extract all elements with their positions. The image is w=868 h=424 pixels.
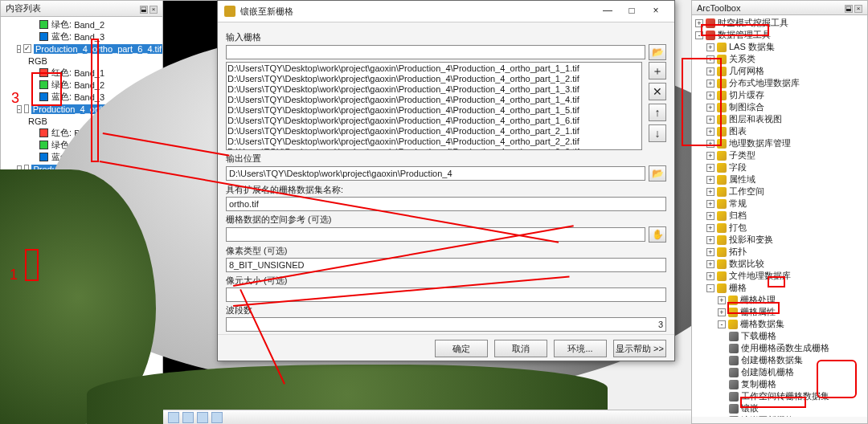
tree-node[interactable]: 切片缓存: [729, 89, 764, 101]
tree-node[interactable]: 栅格: [729, 282, 747, 294]
cell-size-label: 像元大小 (可选): [226, 275, 666, 287]
status-icon[interactable]: [197, 412, 208, 423]
tree-node[interactable]: 创建随机栅格: [741, 366, 794, 378]
atb-close-icon[interactable]: ×: [854, 5, 862, 13]
list-item[interactable]: D:\Users\TQY\Desktop\work\project\gaoxin…: [227, 116, 641, 126]
tree-node[interactable]: 数据管理工具: [718, 29, 771, 41]
tree-node[interactable]: 数据比较: [729, 258, 764, 270]
move-up-button[interactable]: ↑: [649, 104, 666, 121]
tree-node[interactable]: 创建栅格数据集: [741, 354, 803, 366]
tree-node[interactable]: 关系类: [729, 53, 755, 65]
ok-button[interactable]: 确定: [435, 340, 488, 357]
tree-node[interactable]: 图表: [729, 125, 747, 137]
add-button[interactable]: ＋: [649, 62, 666, 80]
tree-node[interactable]: 栅格数据集: [740, 318, 784, 330]
tree-node[interactable]: LAS 数据集: [729, 41, 775, 53]
minimize-icon[interactable]: —: [596, 4, 620, 18]
arctoolbox-tree[interactable]: +时空模式挖掘工具 -数据管理工具 +LAS 数据集+关系类+几何网格+分布式地…: [692, 15, 867, 417]
tree-node[interactable]: 时空模式挖掘工具: [718, 17, 788, 29]
pixel-type-select[interactable]: 8_BIT_UNSIGNED: [226, 258, 666, 272]
toolset-icon: [717, 211, 727, 221]
toolset-icon: [717, 103, 727, 112]
show-help-button[interactable]: 显示帮助 >>: [613, 340, 666, 357]
tool-icon: [729, 416, 739, 418]
toolset-icon: [717, 139, 727, 149]
tree-node[interactable]: 复制栅格: [741, 378, 776, 390]
tree-node[interactable]: 投影和变换: [729, 234, 773, 246]
tree-node[interactable]: 文件地理数据库: [729, 270, 791, 282]
list-item[interactable]: D:\Users\TQY\Desktop\work\project\gaoxin…: [227, 105, 641, 116]
tree-node[interactable]: 常规: [729, 198, 747, 210]
input-raster-select[interactable]: [226, 45, 645, 59]
tree-node[interactable]: 归档: [729, 210, 747, 222]
status-icon[interactable]: [211, 412, 223, 423]
tree-node[interactable]: 地理数据库管理: [729, 137, 791, 149]
tree-node[interactable]: 子类型: [729, 149, 755, 161]
tool-icon: [729, 380, 739, 389]
dataset-name-input[interactable]: [226, 197, 666, 211]
toolset-icon: [717, 223, 727, 233]
input-raster-label: 输入栅格: [226, 31, 666, 43]
tool-icon: [729, 356, 739, 365]
list-item[interactable]: D:\Users\TQY\Desktop\work\project\gaoxin…: [227, 95, 641, 105]
move-down-button[interactable]: ↓: [649, 124, 666, 142]
tree-node[interactable]: 栅格处理: [740, 294, 776, 306]
list-item[interactable]: D:\Users\TQY\Desktop\work\project\gaoxin…: [227, 137, 641, 147]
bands-input[interactable]: [226, 317, 666, 332]
toolset-icon: [717, 67, 727, 76]
browse-button[interactable]: ✋: [649, 226, 666, 243]
toolset-icon: [717, 55, 727, 64]
tool-icon: [729, 344, 739, 353]
toolset-icon: [717, 247, 727, 257]
tree-node[interactable]: 属性域: [729, 173, 755, 186]
cell-size-input[interactable]: [226, 287, 666, 302]
toolset-icon: [717, 151, 727, 161]
spatial-ref-input[interactable]: [226, 227, 645, 242]
toolset-icon: [717, 115, 727, 124]
dialog-titlebar[interactable]: 镶嵌至新栅格 —□×: [218, 1, 674, 22]
tree-node[interactable]: 几何网格: [729, 65, 764, 77]
cancel-button[interactable]: 取消: [494, 340, 547, 357]
tree-node[interactable]: 下载栅格: [741, 330, 776, 342]
toolset-icon: [717, 175, 727, 185]
status-icon[interactable]: [168, 412, 179, 423]
list-item[interactable]: D:\Users\TQY\Desktop\work\project\gaoxin…: [227, 74, 641, 84]
tree-node[interactable]: 制图综合: [729, 101, 764, 113]
browse-button[interactable]: 📂: [649, 165, 666, 181]
tree-node[interactable]: 打包: [729, 222, 747, 234]
atb-pin-icon[interactable]: ⬓: [845, 5, 853, 13]
tool-icon: [224, 6, 235, 17]
maximize-icon[interactable]: □: [620, 4, 644, 18]
toolset-icon: [717, 187, 727, 197]
tree-node[interactable]: 镶嵌: [741, 402, 759, 414]
tree-node[interactable]: 拓扑: [729, 246, 747, 258]
tree-node[interactable]: 镶嵌至新栅格: [741, 414, 794, 417]
close-icon[interactable]: ×: [644, 4, 668, 18]
list-item[interactable]: D:\Users\TQY\Desktop\work\project\gaoxin…: [227, 147, 641, 150]
tree-node[interactable]: 工作空间转栅格数据集: [741, 390, 829, 402]
tree-node[interactable]: 图层和表视图: [729, 113, 782, 125]
browse-button[interactable]: 📂: [649, 44, 666, 60]
tree-node[interactable]: 栅格属性: [740, 306, 776, 318]
output-location-input[interactable]: [226, 166, 645, 181]
tool-icon: [729, 392, 739, 402]
list-item[interactable]: D:\Users\TQY\Desktop\work\project\gaoxin…: [227, 84, 641, 95]
tree-node[interactable]: 字段: [729, 161, 747, 173]
pixel-type-label: 像素类型 (可选): [226, 245, 666, 257]
tree-node[interactable]: 使用栅格函数生成栅格: [741, 342, 829, 354]
list-item[interactable]: D:\Users\TQY\Desktop\work\project\gaoxin…: [227, 126, 641, 137]
output-location-label: 输出位置: [226, 153, 666, 165]
toolset-icon: [717, 127, 727, 137]
tool-icon: [729, 368, 739, 377]
environments-button[interactable]: 环境...: [554, 340, 607, 357]
tree-node[interactable]: 工作空间: [729, 186, 764, 198]
status-icon[interactable]: [182, 412, 194, 423]
bands-label: 波段数: [226, 304, 666, 316]
toolset-icon: [717, 283, 727, 293]
tree-node[interactable]: 分布式地理数据库: [729, 77, 800, 89]
dialog-title: 镶嵌至新栅格: [240, 6, 293, 18]
dataset-name-label: 具有扩展名的栅格数据集名称:: [226, 184, 666, 196]
remove-button[interactable]: ✕: [649, 83, 666, 100]
input-raster-list[interactable]: D:\Users\TQY\Desktop\work\project\gaoxin…: [226, 62, 642, 150]
list-item[interactable]: D:\Users\TQY\Desktop\work\project\gaoxin…: [227, 63, 641, 74]
